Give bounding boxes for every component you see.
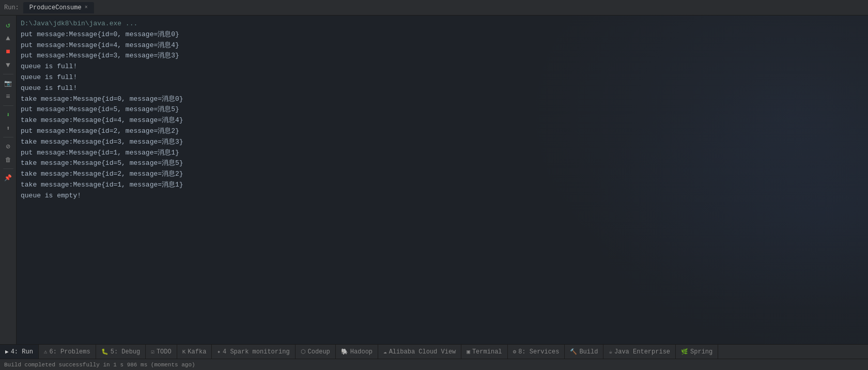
status-tab-spark[interactable]: ✦4 Spark monitoring: [212, 345, 295, 359]
left-toolbar: ↺ ▲ ■ ▼ 📷 ≡ ⬇ ⬆ ⊘ 🗑 📌: [0, 16, 17, 344]
todo-icon: ☑: [151, 348, 154, 355]
spark-tab-label: 4 Spark monitoring: [223, 348, 290, 356]
console-line: put message:Message{id=2, message=消息2}: [21, 126, 864, 137]
console-line: put message:Message{id=3, message=消息3}: [21, 51, 864, 61]
import-button[interactable]: ⬇: [2, 109, 14, 121]
stop-button[interactable]: ■: [2, 45, 14, 58]
console-line: take message:Message{id=2, message=消息2}: [21, 169, 864, 180]
java-enterprise-tab-label: Java Enterprise: [614, 348, 670, 356]
console-line: put message:Message{id=1, message=消息1}: [21, 148, 864, 159]
status-tab-alibaba[interactable]: ☁Alibaba Cloud View: [378, 345, 461, 359]
trash-button[interactable]: 🗑: [2, 153, 14, 166]
codeup-icon: ⬡: [301, 348, 306, 355]
status-tab-terminal[interactable]: ▣Terminal: [461, 345, 507, 359]
console-line: take message:Message{id=0, message=消息0}: [21, 94, 864, 105]
spark-icon: ✦: [217, 348, 221, 355]
codeup-tab-label: Codeup: [308, 348, 330, 356]
kafka-tab-label: Kafka: [188, 348, 206, 356]
run-tab-label: 4: Run: [11, 348, 33, 356]
tab-close-btn[interactable]: ×: [85, 5, 88, 10]
run-icon: ▶: [5, 348, 9, 355]
status-tab-java-enterprise[interactable]: ☕Java Enterprise: [603, 345, 676, 359]
separator-2: [3, 105, 13, 106]
bottom-message-bar: Build completed successfully in 1 s 986 …: [0, 359, 868, 370]
status-tab-debug[interactable]: 🐛5: Debug: [96, 345, 146, 359]
java-enterprise-icon: ☕: [609, 348, 612, 355]
status-tab-hadoop[interactable]: 🐘Hadoop: [336, 345, 378, 359]
export-button[interactable]: ⬆: [2, 122, 14, 134]
status-tab-codeup[interactable]: ⬡Codeup: [296, 345, 336, 359]
camera-button[interactable]: 📷: [2, 77, 14, 89]
debug-tab-label: 5: Debug: [111, 348, 141, 356]
hadoop-tab-label: Hadoop: [350, 348, 373, 356]
up-button[interactable]: ▲: [2, 32, 14, 44]
console-line: take message:Message{id=3, message=消息3}: [21, 137, 864, 148]
title-tab[interactable]: ProduceConsume ×: [23, 2, 94, 13]
console-line: take message:Message{id=4, message=消息4}: [21, 115, 864, 126]
console-line: queue is empty!: [21, 191, 864, 202]
console-line: put message:Message{id=4, message=消息4}: [21, 40, 864, 51]
console-header-line: D:\Java\jdk8\bin\java.exe ...: [21, 19, 864, 29]
hadoop-icon: 🐘: [341, 348, 348, 355]
rerun-button[interactable]: ↺: [2, 19, 14, 31]
console-line: take message:Message{id=1, message=消息1}: [21, 180, 864, 191]
console-line: put message:Message{id=5, message=消息5}: [21, 104, 864, 115]
status-bar: ▶4: Run⚠6: Problems🐛5: Debug☑TODOKKafka✦…: [0, 344, 868, 359]
wrap-button[interactable]: ≡: [2, 90, 14, 103]
alibaba-icon: ☁: [383, 348, 387, 355]
separator-4: [3, 168, 13, 169]
run-label: Run:: [4, 4, 19, 11]
status-tab-services[interactable]: ⚙8: Services: [508, 345, 565, 359]
console-line: take message:Message{id=5, message=消息5}: [21, 158, 864, 169]
services-icon: ⚙: [513, 348, 517, 355]
down-button[interactable]: ▼: [2, 59, 14, 71]
status-tabs: ▶4: Run⚠6: Problems🐛5: Debug☑TODOKKafka✦…: [0, 345, 868, 359]
spring-tab-label: Spring: [690, 348, 712, 356]
build-status-message: Build completed successfully in 1 s 986 …: [4, 362, 195, 368]
problems-tab-label: 6: Problems: [49, 348, 90, 356]
console-line: queue is full!: [21, 83, 864, 94]
title-bar: Run: ProduceConsume ×: [0, 0, 868, 16]
build-tab-label: Build: [579, 348, 598, 356]
console-line: queue is full!: [21, 72, 864, 83]
problems-icon: ⚠: [44, 348, 48, 355]
debug-icon: 🐛: [101, 348, 109, 355]
services-tab-label: 8: Services: [518, 348, 559, 356]
separator-1: [3, 74, 13, 74]
tab-name: ProduceConsume: [29, 4, 82, 11]
kafka-icon: K: [182, 349, 186, 355]
console-line: queue is full!: [21, 61, 864, 72]
pin-button[interactable]: 📌: [2, 172, 14, 184]
console-line: put message:Message{id=0, message=消息0}: [21, 29, 864, 40]
status-tab-kafka[interactable]: KKafka: [177, 345, 212, 359]
console-output: put message:Message{id=0, message=消息0}pu…: [21, 29, 864, 202]
main-area: ↺ ▲ ■ ▼ 📷 ≡ ⬇ ⬆ ⊘ 🗑 📌 D:\Java\jdk8\bin\j…: [0, 16, 868, 344]
status-tab-todo[interactable]: ☑TODO: [146, 345, 177, 359]
separator-3: [3, 137, 13, 137]
status-tab-spring[interactable]: 🌿Spring: [676, 345, 718, 359]
build-icon: 🔨: [570, 348, 577, 355]
status-tab-run[interactable]: ▶4: Run: [0, 345, 39, 359]
status-tab-build[interactable]: 🔨Build: [565, 345, 603, 359]
terminal-icon: ▣: [467, 348, 470, 355]
alibaba-tab-label: Alibaba Cloud View: [389, 348, 456, 356]
todo-tab-label: TODO: [157, 348, 172, 356]
status-tab-problems[interactable]: ⚠6: Problems: [39, 345, 96, 359]
console-area[interactable]: D:\Java\jdk8\bin\java.exe ... put messag…: [17, 16, 868, 344]
spring-icon: 🌿: [681, 348, 688, 355]
terminal-tab-label: Terminal: [472, 348, 502, 356]
clear-button[interactable]: ⊘: [2, 140, 14, 152]
